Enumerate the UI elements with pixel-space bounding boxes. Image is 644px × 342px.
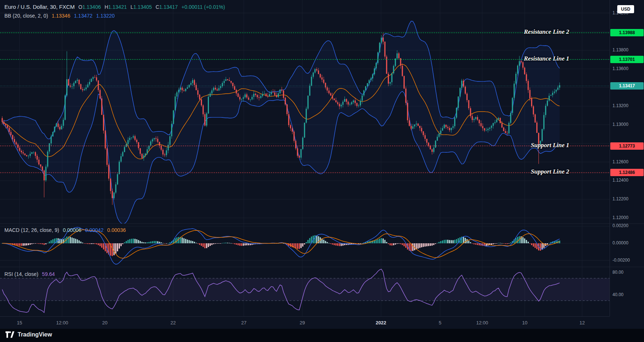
level-label[interactable]: Support Line 2	[531, 168, 569, 175]
open-value: 1.13406	[82, 4, 101, 10]
rsi-pane[interactable]: RSI (14, close) 59.64	[0, 267, 610, 316]
axis-tick: 1.13000	[612, 122, 628, 127]
time-axis-label: 27	[241, 320, 246, 325]
level-price-badge: 1.13701	[610, 56, 644, 63]
bb-upper-value: 1.13472	[74, 13, 93, 19]
axis-tick: 1.13800	[612, 47, 628, 52]
time-axis-label: 22	[170, 320, 176, 325]
price-chart-canvas[interactable]	[0, 0, 610, 223]
axis-tick: -0.00200	[612, 258, 630, 263]
level-price-badge: 1.13988	[610, 29, 644, 36]
axis-tick: 1.12400	[612, 178, 628, 183]
pane-separator[interactable]	[0, 223, 644, 224]
bb-basis-value: 1.13346	[52, 13, 70, 19]
axis-tick: 1.12000	[612, 215, 628, 220]
macd-signal-value: 0.00036	[107, 227, 126, 233]
level-label[interactable]: Support Line 1	[531, 142, 569, 149]
open-label: O	[78, 4, 82, 10]
low-label: L	[130, 4, 133, 10]
low-value: 1.13405	[133, 4, 152, 10]
time-axis-label: 20	[102, 320, 107, 325]
rsi-chart-canvas[interactable]	[0, 267, 610, 316]
brand-text: TradingView	[18, 331, 52, 338]
bb-legend: BB (20, close, 2, 0) 1.13346 1.13472 1.1…	[4, 13, 115, 19]
high-value: 1.13421	[108, 4, 127, 10]
symbol-title[interactable]: Euro / U.S. Dollar, 30, FXCM	[4, 4, 75, 10]
ohlc-high: H1.13421	[104, 4, 127, 10]
axis-tick: 1.12200	[612, 196, 628, 201]
macd-hist-value: 0.00006	[63, 227, 81, 233]
change-value: +0.00011 (+0.01%)	[181, 4, 225, 10]
ohlc-low: L1.13405	[130, 4, 152, 10]
time-axis-label: 5	[439, 320, 441, 325]
time-axis-label: 15	[17, 320, 22, 325]
bottom-bar: TradingView	[0, 329, 644, 342]
bb-legend-title[interactable]: BB (20, close, 2, 0)	[4, 13, 48, 19]
axis-tick: 80.00	[612, 270, 623, 275]
tradingview-chart-app: Euro / U.S. Dollar, 30, FXCM O1.13406 H1…	[0, 0, 644, 342]
bb-lower-value: 1.13220	[96, 13, 115, 19]
level-label[interactable]: Resistance Line 1	[524, 55, 569, 62]
time-axis[interactable]: 1512:00202227292022512:001012	[0, 316, 610, 329]
axis-tick: 0.00200	[612, 223, 628, 228]
symbol-legend: Euro / U.S. Dollar, 30, FXCM O1.13406 H1…	[4, 4, 225, 10]
level-price-badge: 1.12773	[610, 142, 644, 150]
macd-line-value: 0.00042	[85, 227, 104, 233]
price-pane[interactable]: Euro / U.S. Dollar, 30, FXCM O1.13406 H1…	[0, 0, 610, 223]
macd-legend-title[interactable]: MACD (12, 26, close, 9)	[4, 227, 59, 233]
high-label: H	[104, 4, 108, 10]
currency-toggle-button[interactable]: USD	[617, 5, 634, 13]
axis-tick: 0.00000	[612, 240, 628, 245]
time-axis-label: 12	[579, 320, 585, 325]
time-axis-label: 29	[300, 320, 305, 325]
rsi-legend: RSI (14, close) 59.64	[4, 271, 55, 277]
macd-legend: MACD (12, 26, close, 9) 0.00006 0.00042 …	[4, 227, 126, 233]
time-axis-label: 12:00	[56, 320, 68, 325]
tradingview-logo-icon	[5, 331, 15, 338]
level-price-badge: 1.12486	[610, 169, 644, 176]
axis-tick: 40.00	[612, 292, 623, 297]
pane-separator[interactable]	[0, 267, 644, 267]
rsi-legend-title[interactable]: RSI (14, close)	[4, 271, 38, 277]
close-label: C	[155, 4, 159, 10]
close-value: 1.13417	[159, 4, 178, 10]
ohlc-close: C1.13417	[155, 4, 178, 10]
tradingview-logo[interactable]: TradingView	[5, 331, 52, 338]
axis-tick: 1.13600	[612, 66, 628, 71]
axis-tick: 1.12600	[612, 159, 628, 164]
level-label[interactable]: Resistance Line 2	[524, 28, 569, 36]
price-axis[interactable]: 1.142001.138001.136001.132001.130001.126…	[610, 0, 644, 316]
ohlc-open: O1.13406	[78, 4, 101, 10]
last-price-badge: 1.13417	[610, 82, 644, 90]
time-axis-label: 2022	[376, 320, 386, 325]
macd-pane[interactable]: MACD (12, 26, close, 9) 0.00006 0.00042 …	[0, 223, 610, 267]
axis-tick: 1.13200	[612, 103, 628, 108]
time-axis-label: 12:00	[476, 320, 488, 325]
rsi-value: 59.64	[42, 271, 55, 277]
time-axis-label: 10	[522, 320, 527, 325]
